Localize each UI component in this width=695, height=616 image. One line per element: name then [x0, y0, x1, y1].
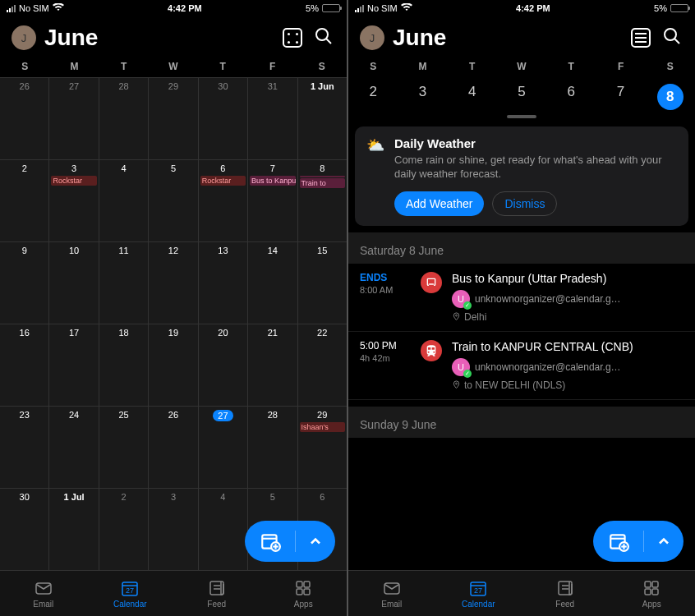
organizer-email: unknownorganizer@calendar.g… [475, 293, 683, 305]
week-date-row[interactable]: 2345678 [348, 77, 695, 120]
day-cell[interactable]: 17 [49, 324, 99, 406]
day-cell[interactable]: 16 [0, 324, 49, 406]
month-title[interactable]: June [44, 25, 273, 51]
day-cell[interactable]: 2 [0, 160, 49, 241]
avatar[interactable]: J [12, 25, 36, 50]
day-cell[interactable]: 30 [199, 78, 248, 159]
day-cell[interactable]: 3Rockstar [49, 160, 99, 241]
week-date[interactable]: 4 [448, 84, 497, 110]
event-chip[interactable]: Rockstar [200, 176, 246, 186]
tab-feed[interactable]: Feed [173, 571, 260, 616]
tab-email[interactable]: Email [0, 571, 87, 616]
week-date[interactable]: 5 [497, 84, 546, 110]
avatar[interactable]: J [360, 25, 384, 50]
week-date[interactable]: 6 [546, 84, 596, 110]
day-cell[interactable]: 30 [0, 489, 49, 570]
calendar-icon: 27 [468, 578, 488, 598]
day-cell[interactable]: 22 [298, 324, 347, 406]
drag-handle[interactable] [507, 115, 536, 118]
day-cell[interactable]: 6Rockstar [199, 160, 248, 241]
day-cell[interactable]: 18 [99, 324, 149, 406]
weekday-label: F [247, 61, 297, 72]
tab-apps[interactable]: Apps [260, 571, 348, 616]
day-cell[interactable]: 23 [0, 407, 49, 488]
agenda-view-button[interactable] [629, 26, 652, 49]
day-cell[interactable]: 3 [149, 489, 198, 570]
event-chip[interactable]: Ishaan's [300, 422, 345, 432]
day-cell[interactable]: 20 [199, 324, 248, 406]
day-cell[interactable]: 1 Jun [298, 78, 347, 159]
bus-icon [421, 272, 442, 293]
day-cell[interactable]: 13 [199, 242, 248, 324]
month-title[interactable]: June [393, 25, 621, 51]
day-cell[interactable]: 28 [99, 78, 149, 159]
month-view-button[interactable] [281, 26, 304, 49]
dismiss-weather-button[interactable]: Dismiss [492, 191, 557, 216]
day-cell[interactable]: 15 [298, 242, 347, 324]
day-cell[interactable]: 5 [149, 160, 198, 241]
tab-feed[interactable]: Feed [522, 571, 609, 616]
day-cell[interactable]: 29 [149, 78, 198, 159]
day-cell[interactable]: 28 [248, 407, 297, 488]
day-number: 27 [51, 80, 96, 93]
battery-percent: 5% [654, 3, 667, 13]
new-event-button[interactable] [245, 531, 296, 552]
day-cell[interactable]: 24 [49, 407, 99, 488]
add-weather-button[interactable]: Add Weather [394, 191, 484, 216]
month-grid[interactable]: 2627282930311 Jun23Rockstar456Rockstar7B… [0, 77, 347, 570]
day-cell[interactable]: 19 [149, 324, 198, 406]
day-cell[interactable]: 1 Jul [49, 489, 99, 570]
day-cell[interactable]: 14 [248, 242, 297, 324]
day-cell[interactable]: 4 [199, 489, 248, 570]
fab-expand-button[interactable] [296, 533, 335, 549]
battery-icon [322, 4, 340, 12]
day-cell[interactable]: 26 [0, 78, 49, 159]
week-date[interactable]: 7 [596, 84, 645, 110]
agenda-list[interactable]: ⛅Daily WeatherCome rain or shine, get re… [348, 120, 695, 570]
day-number: 5 [250, 490, 295, 503]
day-number: 17 [51, 326, 96, 339]
weekday-label: M [398, 61, 447, 72]
event-chip[interactable]: Train to [300, 178, 345, 188]
day-cell[interactable]: 10 [49, 242, 99, 324]
day-cell[interactable]: 31 [248, 78, 297, 159]
event-row[interactable]: 5:00 PM4h 42mTrain to KANPUR CENTRAL (CN… [348, 332, 695, 400]
search-button[interactable] [660, 26, 683, 49]
tab-email[interactable]: Email [348, 571, 435, 616]
event-chip[interactable] [300, 176, 345, 177]
day-cell[interactable]: 9 [0, 242, 49, 324]
tab-calendar[interactable]: 27Calendar [87, 571, 174, 616]
event-chip[interactable]: Rockstar [51, 176, 96, 186]
weather-icon: ⛅ [366, 136, 384, 216]
day-cell[interactable]: 4 [99, 160, 149, 241]
day-cell[interactable]: 8Train to [298, 160, 347, 241]
phone-left: No SIM 4:42 PM 5% J June SMTWTFS 2627282… [0, 0, 347, 616]
fab[interactable] [593, 521, 683, 562]
day-cell[interactable]: 21 [248, 324, 297, 406]
day-number: 25 [101, 408, 146, 421]
week-date[interactable]: 8 [646, 84, 695, 110]
search-button[interactable] [312, 26, 335, 49]
day-cell[interactable]: 27 [49, 78, 99, 159]
week-date[interactable]: 2 [348, 84, 398, 110]
day-cell[interactable]: 25 [99, 407, 149, 488]
event-row[interactable]: ENDS8:00 AMBus to Kanpur (Uttar Pradesh)… [348, 264, 695, 332]
day-cell[interactable]: 29Ishaan's [298, 407, 347, 488]
day-number: 3 [150, 490, 196, 503]
fab-expand-button[interactable] [644, 533, 683, 549]
header: J June [348, 16, 695, 61]
day-cell[interactable]: 27 [199, 407, 248, 488]
weekday-label: S [0, 61, 49, 72]
day-cell[interactable]: 2 [99, 489, 149, 570]
event-chip[interactable]: Bus to Kanpur (Utt [250, 176, 295, 186]
day-cell[interactable]: 26 [149, 407, 198, 488]
day-cell[interactable]: 12 [149, 242, 198, 324]
day-cell[interactable]: 11 [99, 242, 149, 324]
new-event-button[interactable] [593, 531, 644, 552]
svg-rect-14 [297, 582, 302, 587]
day-cell[interactable]: 7Bus to Kanpur (Utt [248, 160, 297, 241]
fab[interactable] [245, 521, 335, 562]
tab-apps[interactable]: Apps [609, 571, 696, 616]
week-date[interactable]: 3 [398, 84, 447, 110]
tab-calendar[interactable]: 27Calendar [435, 571, 522, 616]
